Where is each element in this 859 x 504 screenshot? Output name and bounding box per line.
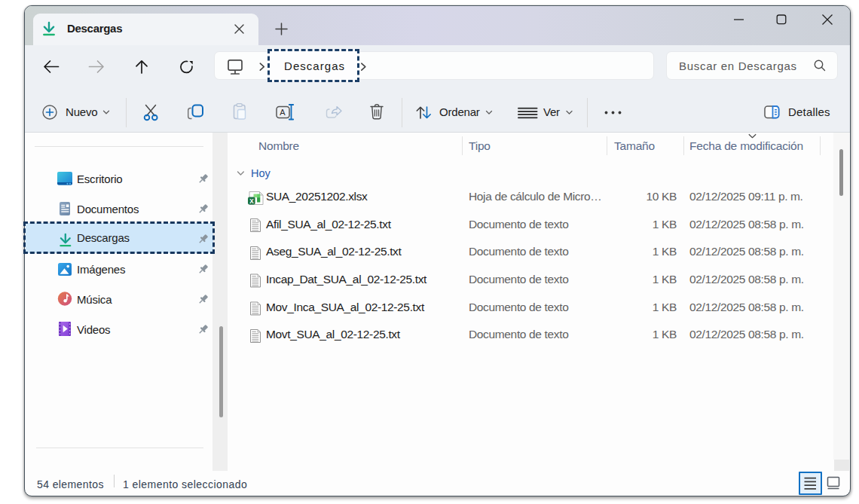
svg-text:A: A [280,108,286,117]
svg-text:X: X [249,198,254,205]
